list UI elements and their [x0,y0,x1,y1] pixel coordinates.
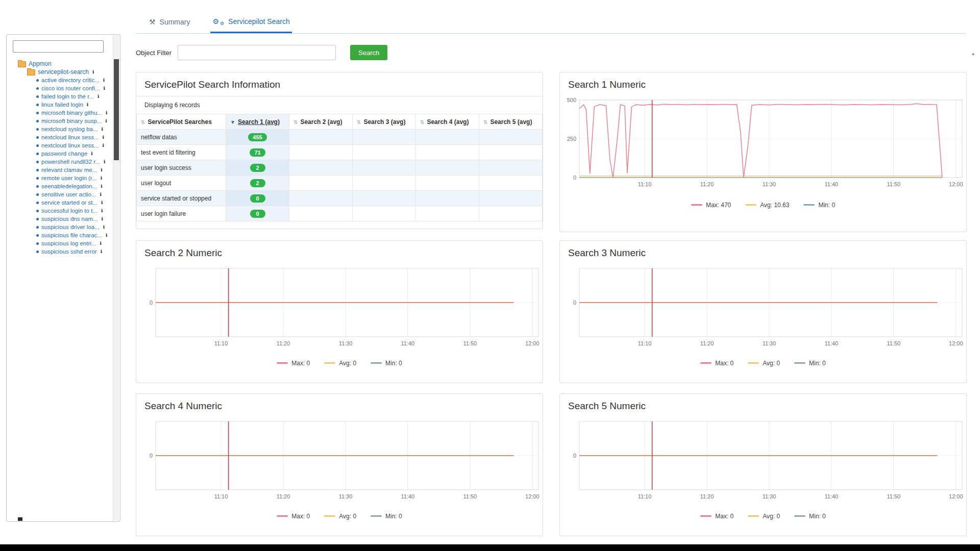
info-icon[interactable]: ℹ [92,70,94,74]
info-icon[interactable]: ℹ [103,135,104,140]
svg-text:0: 0 [573,453,576,459]
legend-item[interactable]: Max: 0 [277,360,310,367]
info-icon[interactable]: ℹ [101,176,102,181]
column-header[interactable]: ⇅ServicePilot Searches [137,114,226,130]
legend-item[interactable]: Avg: 10.63 [745,202,789,209]
table-row[interactable]: test event id filtering71 [137,145,543,160]
sidebar-search-input[interactable] [13,40,104,53]
tree-item-label: seenabledelegation... [41,182,97,190]
column-header[interactable]: ▼Search 1 (avg) [226,114,289,130]
object-filter-input[interactable] [178,45,336,60]
table-row[interactable]: user logout2 [137,176,543,191]
legend-item[interactable]: Min: 0 [794,513,826,520]
column-header[interactable]: ⇅Search 4 (avg) [416,114,479,130]
column-header[interactable]: ⇅Search 3 (avg) [353,114,416,130]
info-icon[interactable]: ℹ [106,111,107,115]
tree-item[interactable]: suspicious sshd errorℹ [7,247,120,256]
info-icon[interactable]: ℹ [101,249,102,254]
tree-item[interactable]: suspicious driver loa...ℹ [7,223,120,231]
tree-item[interactable]: nextcloud syslog ba...ℹ [7,125,120,133]
tree-item[interactable]: cisco ios router confi...ℹ [7,84,120,92]
info-icon[interactable]: ℹ [106,233,107,238]
tree-item[interactable]: active directory critic...ℹ [7,76,120,84]
info-icon[interactable]: ℹ [101,168,102,172]
tree-item-label: nextcloud linux sess... [41,141,99,149]
column-label: Search 3 (avg) [363,118,405,126]
tree-item[interactable]: suspicious log entri...ℹ [7,239,120,247]
search-button[interactable]: Search [350,45,387,60]
empty-cell [479,206,543,221]
tree-item[interactable]: microsoft binary githu...ℹ [7,109,120,117]
tree-item[interactable]: service started or st...ℹ [7,198,120,207]
legend-item[interactable]: Max: 0 [700,360,733,367]
info-icon[interactable]: ℹ [101,201,103,205]
info-icon[interactable]: ℹ [103,225,105,230]
bullet-icon [36,144,39,147]
info-icon[interactable]: ℹ [105,119,107,123]
tree-root-appmon[interactable]: Appmon [7,60,120,68]
legend-item[interactable]: Min: 0 [803,202,835,209]
scroll-up-icon[interactable]: ▲ [971,51,975,56]
chart-search-5: 11:1011:2011:3011:4011:5012:000 [560,417,966,505]
tree-item[interactable]: nextcloud linux sess...ℹ [7,133,120,141]
legend-item[interactable]: Min: 0 [794,360,826,367]
tree-item[interactable]: powershell rundll32 r...ℹ [7,158,120,166]
tab-servicepilot-search[interactable]: ⚙ ⚙ Servicepilot Search [210,11,291,33]
tree-item[interactable]: remote user login (r...ℹ [7,174,120,182]
tree-item[interactable]: suspicious file charac...ℹ [7,231,120,239]
legend-item[interactable]: Max: 0 [277,513,310,520]
tree-item[interactable]: linux failed loginℹ [7,101,120,109]
legend-item[interactable]: Min: 0 [371,360,402,367]
info-icon[interactable]: ℹ [104,160,105,164]
tree-root-label: Appmon [29,60,52,68]
legend-item[interactable]: Avg: 0 [748,360,780,367]
info-icon[interactable]: ℹ [100,241,101,246]
sidebar-scrollbar[interactable] [113,35,119,521]
tree-item[interactable]: microsoft binary susp...ℹ [7,117,120,125]
info-icon[interactable]: ℹ [103,143,104,148]
svg-text:11:10: 11:10 [638,493,651,499]
clipped-tree-node-icon [18,517,22,521]
legend-item[interactable]: Avg: 0 [324,360,356,367]
legend-item[interactable]: Min: 0 [371,513,402,520]
sidebar-scrollbar-thumb[interactable] [114,59,119,160]
bullet-icon [36,104,39,106]
info-icon[interactable]: ℹ [102,217,103,221]
tree-item[interactable]: sensitive user actio...ℹ [7,190,120,198]
table-row[interactable]: user login failure0 [137,206,543,221]
legend-item[interactable]: Max: 470 [691,202,731,209]
info-icon[interactable]: ℹ [101,184,102,189]
bullet-icon [36,87,39,90]
sort-icon: ⇅ [141,119,145,125]
legend-label: Max: 0 [291,360,310,367]
empty-cell [416,160,479,176]
table-row[interactable]: service started or stopped0 [137,191,543,206]
tree-item[interactable]: password changeℹ [7,149,120,158]
info-icon[interactable]: ℹ [102,127,103,132]
tree-folder-servicepilot-search[interactable]: servicepilot-search ℹ [7,68,120,76]
tree-item[interactable]: nextcloud linux sess...ℹ [7,141,120,149]
tree-item[interactable]: relevant clamav me...ℹ [7,166,120,174]
legend-item[interactable]: Avg: 0 [748,513,780,520]
tree-item[interactable]: successful login to t...ℹ [7,207,120,215]
tree-item[interactable]: failed login to the r...ℹ [7,92,120,101]
legend-item[interactable]: Max: 0 [700,513,733,520]
info-icon[interactable]: ℹ [103,86,105,91]
table-row[interactable]: user login success2 [137,160,543,176]
info-icon[interactable]: ℹ [97,94,99,99]
info-icon[interactable]: ℹ [91,152,92,156]
tab-summary[interactable]: ⚒ Summary [147,12,192,33]
legend-item[interactable]: Avg: 0 [324,513,356,520]
info-icon[interactable]: ℹ [101,209,103,213]
column-header[interactable]: ⇅Search 2 (avg) [289,114,353,130]
column-header[interactable]: ⇅Search 5 (avg) [479,114,543,130]
tree-item[interactable]: seenabledelegation...ℹ [7,182,120,190]
info-icon[interactable]: ℹ [100,192,101,197]
tree-item[interactable]: suspicious dns nam...ℹ [7,215,120,223]
table-row[interactable]: netflow datas455 [137,130,543,145]
search1-value-cell: 2 [226,160,289,176]
svg-text:250: 250 [567,136,576,142]
info-icon[interactable]: ℹ [103,78,105,83]
panel-title: Search 1 Numeric [560,72,966,96]
info-icon[interactable]: ℹ [87,103,88,107]
